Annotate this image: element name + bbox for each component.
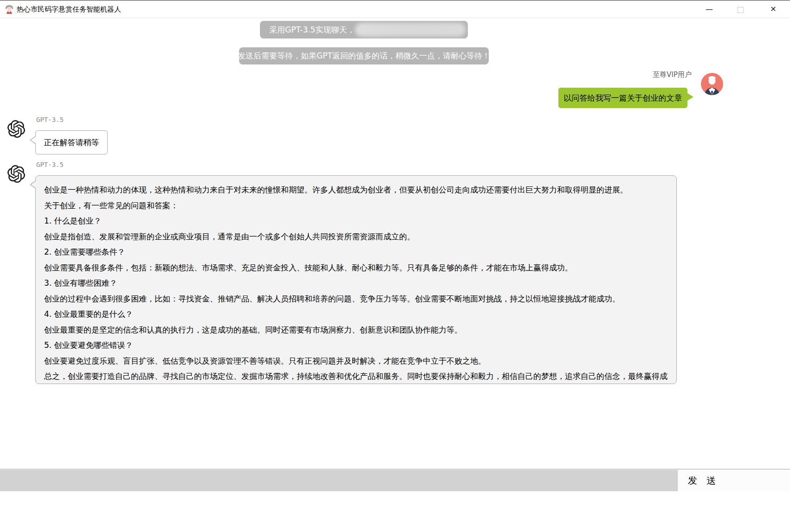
notice-banner-gpt-text: 采用GPT-3.5实现聊天，: [269, 25, 355, 35]
notice-banner-wait-text: 发送后需要等待，如果GPT返回的值多的话，稍微久一点，请耐心等待！: [238, 51, 490, 61]
user-sender-label: 至尊VIP用户: [653, 71, 692, 79]
answer-line: 4. 创业最重要的是什么？: [44, 307, 668, 322]
businessman-icon: [701, 73, 723, 95]
send-button[interactable]: 发 送: [677, 470, 790, 491]
user-message-text: 以问答给我写一篇关于创业的文章: [564, 93, 682, 103]
answer-line: 创业需要具备很多条件，包括：新颖的想法、市场需求、充足的资金投入、技能和人脉、耐…: [44, 260, 668, 276]
answer-line: 3. 创业有哪些困难？: [44, 276, 668, 291]
app-icon: [4, 4, 14, 14]
answer-line: 总之，创业需要打造自己的品牌、寻找自己的市场定位、发掘市场需求，持续地改善和优化…: [44, 369, 668, 385]
answer-line: 创业的过程中会遇到很多困难，比如：寻找资金、推销产品、解决人员招聘和培养的问题、…: [44, 291, 668, 307]
answer-line: 创业最重要的是坚定的信念和认真的执行力，这是成功的基础。同时还需要有市场洞察力、…: [44, 322, 668, 338]
answer-line: 2. 创业需要哪些条件？: [44, 244, 668, 260]
answer-line: 关于创业，有一些常见的问题和答案：: [44, 198, 668, 214]
message-input[interactable]: [0, 470, 677, 491]
answer-line: 创业是指创造、发展和管理新的企业或商业项目，通常是由一个或多个创始人共同投资所需…: [44, 229, 668, 245]
bubble-tail: [687, 93, 693, 101]
answer-line: 创业要避免过度乐观、盲目扩张、低估竞争以及资源管理不善等错误。只有正视问题并及时…: [44, 353, 668, 369]
app-window: { "window": { "title": "热心市民码字悬赏任务智能机器人"…: [0, 0, 790, 532]
bot-answer-bubble: 创业是一种热情和动力的体现，这种热情和动力来自于对未来的憧憬和期望。许多人都想成…: [35, 175, 677, 384]
redacted-blur-region: [355, 23, 466, 37]
bot-status-text: 正在解答请稍等: [44, 137, 99, 148]
notice-banner-gpt: 采用GPT-3.5实现聊天，: [260, 21, 468, 38]
title-bar: 热心市民码字悬赏任务智能机器人 — □ ✕: [0, 0, 790, 18]
answer-line: 创业是一种热情和动力的体现，这种热情和动力来自于对未来的憧憬和期望。许多人都想成…: [44, 182, 668, 198]
bot-sender-label: GPT-3.5: [36, 161, 64, 168]
user-message-bubble: 以问答给我写一篇关于创业的文章: [558, 88, 687, 108]
bubble-tail: [31, 181, 36, 188]
openai-logo-icon: [7, 165, 25, 183]
close-icon[interactable]: ✕: [763, 0, 784, 18]
user-avatar: [701, 73, 723, 95]
bot-status-bubble: 正在解答请稍等: [35, 130, 108, 154]
window-title: 热心市民码字悬赏任务智能机器人: [17, 0, 121, 18]
minimize-icon[interactable]: —: [699, 0, 720, 18]
composer-bar: 发 送: [0, 469, 790, 491]
notice-banner-wait: 发送后需要等待，如果GPT返回的值多的话，稍微久一点，请耐心等待！: [239, 47, 489, 64]
maximize-icon[interactable]: □: [730, 0, 751, 18]
answer-line: 5. 创业要避免哪些错误？: [44, 338, 668, 353]
bot-sender-label: GPT-3.5: [36, 116, 64, 123]
openai-logo-icon: [7, 120, 25, 138]
bubble-tail: [31, 136, 36, 144]
answer-line: 1. 什么是创业？: [44, 213, 668, 229]
